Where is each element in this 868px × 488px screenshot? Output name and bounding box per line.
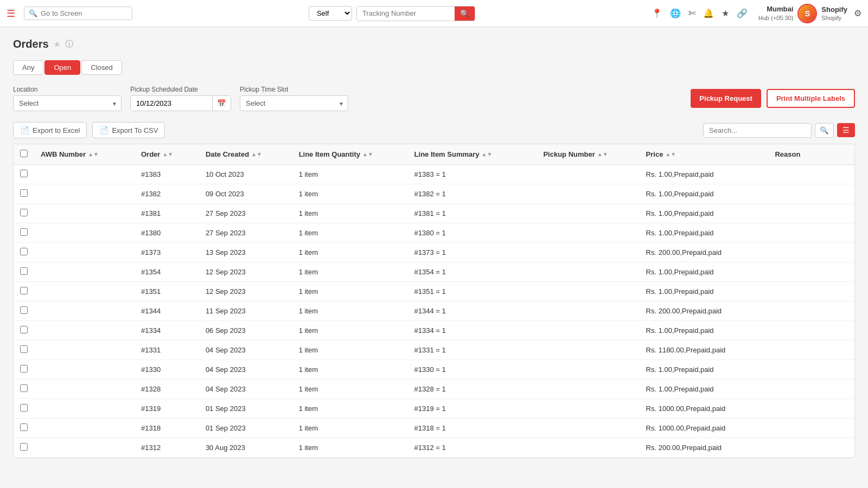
cell-qty-10: 1 item — [292, 360, 408, 380]
header-order: Order ▲▼ — [135, 144, 199, 165]
cell-pickup-13 — [537, 419, 639, 438]
print-labels-button[interactable]: Print Multiple Labels — [767, 89, 855, 108]
cell-price-4: Rs. 200.00,Prepaid,paid — [640, 243, 769, 262]
orders-table-container: AWB Number ▲▼ Order ▲▼ Date Created — [13, 144, 855, 458]
cell-pickup-8 — [537, 321, 639, 341]
cell-price-3: Rs. 1.00,Prepaid,paid — [640, 223, 769, 243]
cell-price-5: Rs. 1.00,Prepaid,paid — [640, 262, 769, 282]
cell-date-1: 09 Oct 2023 — [199, 184, 292, 204]
select-all-checkbox[interactable] — [20, 150, 28, 157]
cell-qty-3: 1 item — [292, 223, 408, 243]
cell-reason-2 — [768, 204, 854, 223]
cell-price-9: Rs. 1180.00,Prepaid,paid — [640, 341, 769, 360]
cell-reason-9 — [768, 341, 854, 360]
tracking-number-input[interactable] — [357, 7, 455, 20]
row-checkbox-8[interactable] — [20, 326, 28, 333]
cell-qty-12: 1 item — [292, 399, 408, 419]
cell-summary-2: #1381 = 1 — [408, 204, 537, 223]
globe-icon[interactable]: 🌐 — [670, 8, 681, 18]
cell-reason-6 — [768, 282, 854, 301]
export-csv-label: Export To CSV — [112, 126, 158, 134]
hamburger-icon[interactable]: ☰ — [7, 8, 15, 20]
page-title-row: Orders ★ ⓘ — [13, 38, 855, 50]
date-label: Pickup Scheduled Date — [130, 86, 231, 93]
sort-qty-icon[interactable]: ▲▼ — [362, 151, 373, 157]
star-nav-icon[interactable]: ★ — [722, 8, 729, 18]
share-icon[interactable]: 🔗 — [737, 8, 748, 18]
row-checkbox-7[interactable] — [20, 306, 28, 314]
row-checkbox-12[interactable] — [20, 404, 28, 412]
tab-any[interactable]: Any — [13, 60, 43, 75]
table-row: #1382 09 Oct 2023 1 item #1382 = 1 Rs. 1… — [14, 184, 854, 204]
location-select[interactable]: Select — [13, 95, 122, 111]
sort-pickup-icon[interactable]: ▲▼ — [597, 151, 608, 157]
cell-summary-7: #1344 = 1 — [408, 301, 537, 321]
sort-summary-icon[interactable]: ▲▼ — [482, 151, 493, 157]
sort-date-icon[interactable]: ▲▼ — [251, 151, 262, 157]
sort-order-icon[interactable]: ▲▼ — [162, 151, 173, 157]
date-input[interactable] — [131, 96, 212, 111]
row-checkbox-14[interactable] — [20, 443, 28, 451]
self-dropdown[interactable]: Self — [309, 6, 352, 21]
cell-date-10: 04 Sep 2023 — [199, 360, 292, 380]
table-search-button[interactable]: 🔍 — [815, 123, 834, 138]
cell-reason-14 — [768, 438, 854, 458]
cell-summary-8: #1334 = 1 — [408, 321, 537, 341]
cell-reason-10 — [768, 360, 854, 380]
row-checkbox-9[interactable] — [20, 345, 28, 353]
cell-order-6: #1351 — [135, 282, 199, 301]
cell-price-11: Rs. 1.00,Prepaid,paid — [640, 380, 769, 399]
timeslot-select[interactable]: Select — [240, 95, 348, 111]
location-icon[interactable]: 📍 — [652, 8, 662, 18]
row-checkbox-1[interactable] — [20, 189, 28, 197]
row-checkbox-6[interactable] — [20, 287, 28, 294]
excel-icon: 📄 — [20, 126, 29, 134]
table-filter-button[interactable]: ☰ — [837, 123, 855, 137]
cell-date-9: 04 Sep 2023 — [199, 341, 292, 360]
row-checkbox-13[interactable] — [20, 423, 28, 431]
avatar-image: S — [799, 5, 816, 22]
row-checkbox-10[interactable] — [20, 365, 28, 373]
row-checkbox-11[interactable] — [20, 384, 28, 392]
cell-pickup-3 — [537, 223, 639, 243]
table-row: #1331 04 Sep 2023 1 item #1331 = 1 Rs. 1… — [14, 341, 854, 360]
calendar-button[interactable]: 📅 — [212, 96, 231, 111]
cell-order-2: #1381 — [135, 204, 199, 223]
row-checkbox-4[interactable] — [20, 248, 28, 255]
cell-awb-7 — [34, 301, 135, 321]
main-content: Orders ★ ⓘ Any Open Closed Location Sele… — [0, 27, 868, 469]
tracking-search-button[interactable]: 🔍 — [455, 7, 475, 21]
scissors-icon[interactable]: ✄ — [688, 8, 695, 18]
sort-price-icon[interactable]: ▲▼ — [665, 151, 676, 157]
header-date: Date Created ▲▼ — [199, 144, 292, 165]
avatar[interactable]: S — [797, 4, 817, 23]
timeslot-label: Pickup Time Slot — [240, 86, 348, 93]
cell-summary-1: #1382 = 1 — [408, 184, 537, 204]
table-row: #1319 01 Sep 2023 1 item #1319 = 1 Rs. 1… — [14, 399, 854, 419]
export-csv-button[interactable]: 📄 Export To CSV — [92, 122, 165, 138]
row-checkbox-2[interactable] — [20, 209, 28, 216]
bell-icon[interactable]: 🔔 — [703, 8, 714, 18]
goto-screen-search[interactable]: 🔍 — [24, 7, 132, 20]
sort-awb-icon[interactable]: ▲▼ — [88, 151, 99, 157]
tab-closed[interactable]: Closed — [81, 60, 122, 75]
table-row: #1351 12 Sep 2023 1 item #1351 = 1 Rs. 1… — [14, 282, 854, 301]
table-search-input[interactable] — [703, 123, 812, 138]
row-checkbox-0[interactable] — [20, 170, 28, 177]
table-body: #1383 10 Oct 2023 1 item #1383 = 1 Rs. 1… — [14, 165, 854, 458]
tab-open[interactable]: Open — [44, 60, 80, 75]
info-icon[interactable]: ⓘ — [65, 39, 73, 49]
goto-screen-input[interactable] — [41, 9, 127, 17]
toolbar-left: 📄 Export to Excel 📄 Export To CSV — [13, 122, 165, 138]
favorite-icon[interactable]: ★ — [53, 39, 61, 49]
cell-pickup-5 — [537, 262, 639, 282]
header-price: Price ▲▼ — [640, 144, 769, 165]
settings-icon[interactable]: ⚙ — [854, 8, 861, 18]
cell-summary-13: #1318 = 1 — [408, 419, 537, 438]
row-checkbox-5[interactable] — [20, 267, 28, 275]
row-checkbox-3[interactable] — [20, 228, 28, 236]
pickup-request-button[interactable]: Pickup Request — [691, 89, 761, 108]
cell-awb-3 — [34, 223, 135, 243]
user-name-area: Shopify Shopify — [821, 5, 847, 22]
export-excel-button[interactable]: 📄 Export to Excel — [13, 122, 87, 138]
